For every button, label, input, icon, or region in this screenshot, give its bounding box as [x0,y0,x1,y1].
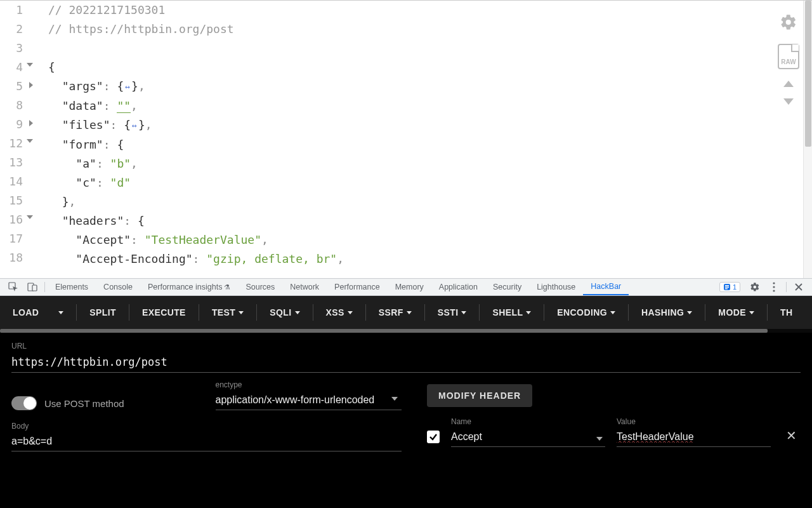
svg-rect-6 [725,288,728,290]
fold-icon[interactable] [27,139,33,143]
sqli-dropdown[interactable]: SQLI [263,302,306,323]
tab-lighthouse[interactable]: Lighthouse [529,279,583,295]
raw-icon[interactable]: RAW [778,44,799,69]
tab-sources[interactable]: Sources [238,279,282,295]
header-value-label: Value [617,417,771,426]
remove-header-icon[interactable]: ✕ [782,428,801,443]
beaker-icon: ⚗ [224,283,230,291]
code-area[interactable]: // 20221217150301 // https://httpbin.org… [39,1,344,269]
tab-hackbar[interactable]: HackBar [583,279,629,295]
header-enabled-checkbox[interactable] [427,431,440,443]
expand-down-icon[interactable] [783,98,794,105]
header-name-label: Name [451,417,605,426]
more-icon[interactable] [768,281,780,293]
url-input[interactable] [11,353,801,373]
inspect-icon[interactable] [8,281,19,293]
xss-dropdown[interactable]: XSS [320,302,359,323]
tab-elements[interactable]: Elements [48,279,96,295]
body-input[interactable] [11,433,402,451]
fold-icon[interactable] [27,63,33,67]
scrollbar-track[interactable] [803,1,812,278]
enctype-select[interactable] [216,392,402,410]
svg-point-9 [773,290,775,291]
devtools-tabbar: Elements Console Performance insights⚗ S… [0,278,812,296]
header-value-input[interactable] [617,429,771,447]
load-dropdown[interactable] [49,306,70,319]
header-name-input[interactable] [451,429,605,447]
toolbar-scrollbar[interactable] [0,329,812,333]
svg-rect-4 [725,285,729,286]
svg-rect-5 [725,287,729,288]
url-label: URL [11,342,801,351]
close-icon[interactable] [793,281,804,293]
device-toggle-icon[interactable] [27,281,38,293]
fold-icon[interactable] [27,215,33,219]
chevron-down-icon [596,437,603,441]
mode-dropdown[interactable]: MODE [712,302,761,323]
raw-icon-label: RAW [781,58,796,65]
scrollbar-thumb[interactable] [805,1,811,147]
load-button[interactable]: LOAD [6,302,45,323]
shell-dropdown[interactable]: SHELL [486,302,537,323]
test-dropdown[interactable]: TEST [206,302,250,323]
chevron-down-icon [391,397,398,401]
expand-icon[interactable]: ↔ [131,116,138,135]
modify-header-button[interactable]: MODIFY HEADER [427,384,532,407]
svg-point-7 [773,282,775,284]
tab-memory[interactable]: Memory [388,279,431,295]
ssti-dropdown[interactable]: SSTI [431,302,473,323]
comment-line: // 20221217150301 [48,3,165,17]
comment-line: // https://httpbin.org/post [48,22,234,36]
hackbar-toolbar: LOAD SPLIT EXECUTE TEST SQLI XSS SSRF SS… [0,296,812,329]
hashing-dropdown[interactable]: HASHING [635,302,698,323]
line-gutter: 1 2 3 4 5 8 9 12 13 14 15 16 17 18 [0,1,39,269]
tab-console[interactable]: Console [96,279,140,295]
svg-rect-2 [32,285,37,291]
ssrf-dropdown[interactable]: SSRF [372,302,418,323]
tab-application[interactable]: Application [431,279,485,295]
collapse-up-icon[interactable] [783,81,794,87]
body-label: Body [11,422,402,431]
devtools-settings-icon[interactable] [749,281,761,293]
tab-performance-insights[interactable]: Performance insights⚗ [140,279,238,295]
post-toggle[interactable] [11,396,37,410]
hackbar-panel: URL Use POST method enctype Body [0,333,812,508]
tab-performance[interactable]: Performance [327,279,388,295]
svg-point-8 [773,286,775,288]
json-viewer-pane: RAW 1 2 3 4 5 8 9 12 13 14 15 16 17 18 /… [0,0,812,278]
overflow-item[interactable]: TH [774,302,799,323]
enctype-label: enctype [216,380,402,389]
tab-network[interactable]: Network [282,279,327,295]
expand-icon[interactable]: ↔ [124,77,131,97]
issues-badge[interactable]: 1 [719,282,740,292]
fold-icon[interactable] [29,82,33,88]
execute-button[interactable]: EXECUTE [136,302,192,323]
gear-icon[interactable] [778,12,799,32]
split-button[interactable]: SPLIT [83,302,122,323]
encoding-dropdown[interactable]: ENCODING [551,302,622,323]
tab-security[interactable]: Security [485,279,529,295]
post-toggle-label: Use POST method [44,398,124,409]
fold-icon[interactable] [29,120,33,126]
